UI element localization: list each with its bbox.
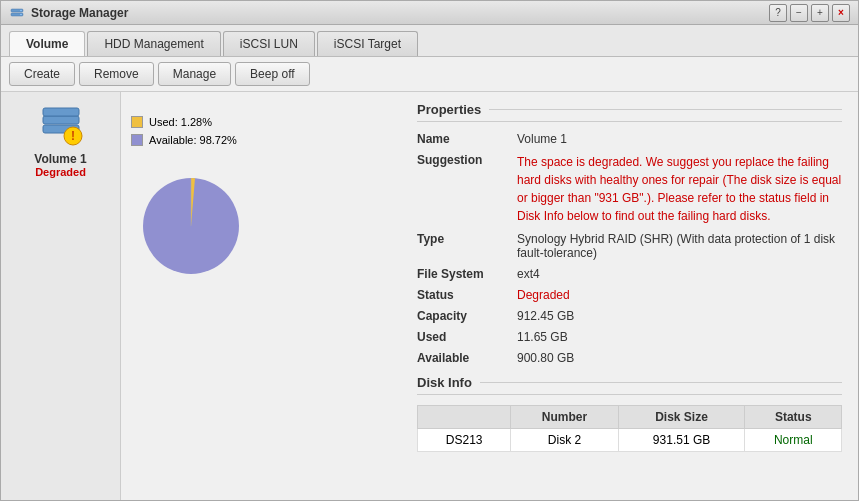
disk-number-cell: Disk 2 [511,429,618,452]
disk-table: Number Disk Size Status DS213 Disk 2 931… [417,405,842,452]
properties-section-header: Properties [417,102,842,122]
disk-name-cell: DS213 [418,429,511,452]
create-button[interactable]: Create [9,62,75,86]
tab-iscsi-target[interactable]: iSCSI Target [317,31,418,56]
property-suggestion-label: Suggestion [417,153,517,167]
tab-iscsi-lun[interactable]: iSCSI LUN [223,31,315,56]
properties-panel: Properties Name Volume 1 Suggestion The … [401,92,858,500]
property-used-row: Used 11.65 GB [417,330,842,344]
property-type-value: Synology Hybrid RAID (SHR) (With data pr… [517,232,842,260]
property-name-row: Name Volume 1 [417,132,842,146]
close-button[interactable]: × [832,4,850,22]
legend-available-label: Available: 98.72% [149,134,237,146]
property-status-value: Degraded [517,288,842,302]
col-header-name [418,406,511,429]
volume-degraded-icon: ! [37,100,85,148]
content-area: ! Volume 1 Degraded Used: 1.28% Availabl… [1,92,858,500]
property-capacity-label: Capacity [417,309,517,323]
tab-volume[interactable]: Volume [9,31,85,56]
svg-text:!: ! [71,129,75,143]
storage-manager-window: Storage Manager ? − + × Volume HDD Manag… [0,0,859,501]
title-bar-left: Storage Manager [9,5,128,21]
disk-status-cell: Normal [745,429,842,452]
legend-used-box [131,116,143,128]
disk-info-section: Disk Info Number Disk Size Status [417,375,842,452]
property-type-label: Type [417,232,517,246]
property-name-label: Name [417,132,517,146]
property-status-row: Status Degraded [417,288,842,302]
legend-available: Available: 98.72% [131,134,251,146]
property-type-row: Type Synology Hybrid RAID (SHR) (With da… [417,232,842,260]
manage-button[interactable]: Manage [158,62,231,86]
left-section: Used: 1.28% Available: 98.72% [121,92,401,500]
maximize-button[interactable]: + [811,4,829,22]
window-title: Storage Manager [31,6,128,20]
svg-point-2 [20,9,22,11]
property-suggestion-value: The space is degraded. We suggest you re… [517,153,842,225]
main-content: Used: 1.28% Available: 98.72% [121,92,858,500]
title-bar: Storage Manager ? − + × [1,1,858,25]
property-filesystem-value: ext4 [517,267,842,281]
chart-container [121,156,261,296]
property-used-label: Used [417,330,517,344]
property-available-value: 900.80 GB [517,351,842,365]
pie-chart [131,166,251,286]
property-name-value: Volume 1 [517,132,842,146]
title-controls: ? − + × [769,4,850,22]
property-filesystem-row: File System ext4 [417,267,842,281]
beep-off-button[interactable]: Beep off [235,62,309,86]
svg-rect-4 [43,116,79,124]
sidebar: ! Volume 1 Degraded [1,92,121,500]
svg-point-3 [20,13,22,15]
property-used-value: 11.65 GB [517,330,842,344]
disk-table-header-row: Number Disk Size Status [418,406,842,429]
tab-bar: Volume HDD Management iSCSI LUN iSCSI Ta… [1,25,858,57]
col-header-number: Number [511,406,618,429]
help-button[interactable]: ? [769,4,787,22]
col-header-disk-size: Disk Size [618,406,745,429]
volume-sidebar-label: Volume 1 [34,152,86,166]
property-suggestion-row: Suggestion The space is degraded. We sug… [417,153,842,225]
volume-sidebar-status: Degraded [35,166,86,178]
remove-button[interactable]: Remove [79,62,154,86]
minimize-button[interactable]: − [790,4,808,22]
property-capacity-value: 912.45 GB [517,309,842,323]
tab-hdd-management[interactable]: HDD Management [87,31,220,56]
property-status-label: Status [417,288,517,302]
disk-size-cell: 931.51 GB [618,429,745,452]
legend-panel: Used: 1.28% Available: 98.72% [121,102,261,156]
disk-table-row: DS213 Disk 2 931.51 GB Normal [418,429,842,452]
legend-used-label: Used: 1.28% [149,116,212,128]
col-header-status: Status [745,406,842,429]
legend-available-box [131,134,143,146]
svg-rect-6 [43,108,79,116]
property-available-label: Available [417,351,517,365]
legend-used: Used: 1.28% [131,116,251,128]
property-available-row: Available 900.80 GB [417,351,842,365]
property-capacity-row: Capacity 912.45 GB [417,309,842,323]
disk-info-section-header: Disk Info [417,375,842,395]
storage-icon [9,5,25,21]
property-filesystem-label: File System [417,267,517,281]
toolbar: Create Remove Manage Beep off [1,57,858,92]
